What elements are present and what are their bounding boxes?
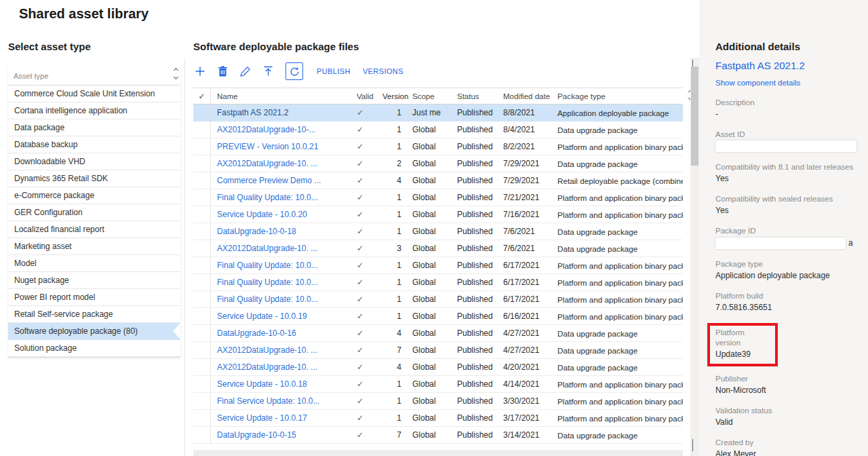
table-row[interactable]: PREVIEW - Version 10.0.21 ✓ 1 Global Pub… — [193, 138, 683, 155]
table-row[interactable]: Final Quality Update: 10.0... ✓ 1 Global… — [193, 274, 683, 291]
sidebar-item[interactable]: Data package — [8, 119, 180, 136]
package-name-link[interactable]: AX2012DataUpgrade-10. ... — [211, 159, 350, 168]
sidebar-item[interactable]: GER Configuration — [8, 204, 180, 221]
package-name-link[interactable]: DataUpgrade-10-0-15 — [211, 430, 350, 440]
versions-button[interactable]: VERSIONS — [363, 67, 403, 75]
sidebar-item[interactable]: Model — [8, 255, 180, 272]
horizontal-scrollbar[interactable] — [193, 450, 683, 456]
table-row[interactable]: AX2012DataUpgrade-10-... ✓ 1 Global Publ… — [193, 121, 683, 138]
row-select-cell[interactable] — [193, 189, 211, 206]
column-header-valid[interactable]: Valid — [350, 92, 382, 100]
publish-button[interactable]: PUBLISH — [317, 67, 351, 75]
row-select-cell[interactable] — [193, 325, 211, 341]
show-component-details-link[interactable]: Show component details — [715, 79, 868, 87]
package-name-link[interactable]: DataUpgrade-10-0-16 — [211, 328, 350, 338]
sidebar-item[interactable]: Solution package — [8, 340, 180, 357]
row-select-cell[interactable] — [193, 393, 211, 409]
add-icon[interactable] — [195, 66, 205, 77]
table-row[interactable]: AX2012DataUpgrade-10. ... ✓ 7 Global Pub… — [193, 342, 683, 359]
row-select-cell[interactable] — [193, 376, 211, 392]
table-row[interactable]: AX2012DataUpgrade-10. ... ✓ 3 Global Pub… — [193, 240, 683, 257]
row-select-cell[interactable] — [193, 308, 211, 324]
asset-title-link[interactable]: Fastpath AS 2021.2 — [715, 60, 868, 71]
refresh-icon[interactable] — [285, 62, 303, 80]
table-row[interactable]: DataUpgrade-10-0-18 ✓ 1 Global Published… — [193, 223, 683, 240]
table-row[interactable]: Service Update - 10.0.20 ✓ 1 Global Publ… — [193, 206, 683, 223]
scroll-down-icon[interactable] — [692, 440, 693, 452]
table-row[interactable]: DataUpgrade-10-0-16 ✓ 4 Global Published… — [193, 325, 683, 342]
row-select-cell[interactable] — [193, 240, 211, 256]
edit-icon[interactable] — [240, 66, 251, 77]
row-select-cell[interactable] — [193, 410, 211, 426]
row-select-cell[interactable] — [193, 274, 211, 290]
package-name-link[interactable]: Service Update - 10.0.20 — [211, 210, 350, 219]
table-row[interactable]: Service Update - 10.0.19 ✓ 1 Global Publ… — [193, 308, 683, 325]
sidebar-item[interactable]: Power BI report model — [8, 289, 180, 306]
package-name-link[interactable]: AX2012DataUpgrade-10. ... — [211, 362, 350, 372]
row-select-cell[interactable] — [193, 291, 211, 307]
row-select-cell[interactable] — [193, 206, 211, 223]
column-header-status[interactable]: Status — [456, 92, 502, 100]
table-row[interactable]: DataUpgrade-10-0-15 ✓ 7 Global Published… — [193, 427, 683, 444]
row-select-cell[interactable] — [193, 257, 211, 273]
column-header-modified-date[interactable]: Modified date — [502, 92, 555, 100]
table-row[interactable]: Fastpath AS 2021.2 ✓ 1 Just me Published… — [193, 104, 683, 121]
table-row[interactable]: AX2012DataUpgrade-10. ... ✓ 4 Global Pub… — [193, 359, 683, 376]
table-row[interactable]: Final Quality Update: 10.0... ✓ 1 Global… — [193, 291, 683, 308]
row-select-cell[interactable] — [193, 155, 211, 172]
list-scrollbar[interactable] — [174, 69, 178, 79]
package-name-link[interactable]: Final Quality Update: 10.0... — [211, 294, 350, 304]
row-select-cell[interactable] — [193, 223, 211, 240]
sidebar-item[interactable]: Dynamics 365 Retail SDK — [8, 170, 180, 187]
select-all-check-icon[interactable]: ✓ — [193, 88, 211, 104]
sidebar-item[interactable]: Commerce Cloud Scale Unit Extension — [8, 86, 180, 102]
table-row[interactable]: Final Service Update: 10.0... ✓ 1 Global… — [193, 393, 683, 410]
row-select-cell[interactable] — [193, 359, 211, 375]
table-row[interactable]: Final Quality Update: 10.0... ✓ 1 Global… — [193, 257, 683, 274]
sidebar-item[interactable]: Database backup — [8, 136, 180, 153]
chevron-down-icon[interactable] — [174, 75, 178, 79]
scrollbar-thumb[interactable] — [691, 66, 698, 166]
row-select-cell[interactable] — [193, 427, 211, 443]
column-header-scope[interactable]: Scope — [406, 92, 456, 100]
sidebar-item[interactable]: Cortana intelligence application — [8, 102, 180, 119]
table-row[interactable]: AX2012DataUpgrade-10. ... ✓ 2 Global Pub… — [193, 155, 683, 172]
package-name-link[interactable]: Commerce Preview Demo ... — [211, 176, 350, 185]
package-name-link[interactable]: Final Quality Update: 10.0... — [211, 261, 350, 270]
table-row[interactable]: Commerce Preview Demo ... ✓ 4 Global Pub… — [193, 172, 683, 189]
package-name-link[interactable]: Final Service Update: 10.0... — [211, 396, 350, 406]
sidebar-item[interactable]: Software deployable package (80) — [8, 323, 180, 340]
row-select-cell[interactable] — [193, 138, 211, 155]
sidebar-item[interactable]: Nuget package — [8, 272, 180, 289]
column-header-name[interactable]: Name — [211, 92, 350, 100]
package-name-link[interactable]: DataUpgrade-10-0-18 — [211, 227, 350, 236]
package-name-link[interactable]: Fastpath AS 2021.2 — [211, 108, 350, 117]
row-select-cell[interactable] — [193, 342, 211, 358]
row-select-cell[interactable] — [193, 121, 211, 138]
package-name-link[interactable]: Service Update - 10.0.19 — [211, 311, 350, 321]
sidebar-item[interactable]: Localized financial report — [8, 221, 180, 238]
package-name-link[interactable]: Final Quality Update: 10.0... — [211, 278, 350, 287]
package-name-link[interactable]: AX2012DataUpgrade-10-... — [211, 125, 350, 134]
vertical-scrollbar[interactable] — [690, 58, 699, 456]
row-select-cell[interactable] — [193, 172, 211, 189]
package-name-link[interactable]: AX2012DataUpgrade-10. ... — [211, 345, 350, 355]
column-header-package-type[interactable]: Package type — [555, 92, 683, 100]
package-name-link[interactable]: AX2012DataUpgrade-10. ... — [211, 244, 350, 253]
package-name-link[interactable]: PREVIEW - Version 10.0.21 — [211, 142, 350, 151]
package-name-link[interactable]: Service Update - 10.0.18 — [211, 379, 350, 389]
sidebar-item[interactable]: Retail Self-service package — [8, 306, 180, 323]
row-select-cell[interactable] — [193, 104, 211, 121]
table-row[interactable]: Final Quality Update: 10.0... ✓ 1 Global… — [193, 189, 683, 206]
upload-icon[interactable] — [263, 66, 273, 77]
table-row[interactable]: Service Update - 10.0.17 ✓ 1 Global Publ… — [193, 410, 683, 427]
column-header-version[interactable]: Version — [382, 92, 406, 100]
package-name-link[interactable]: Service Update - 10.0.17 — [211, 413, 350, 423]
sidebar-item[interactable]: Marketing asset — [8, 238, 180, 255]
sidebar-item[interactable]: Downloadable VHD — [8, 153, 180, 170]
delete-icon[interactable] — [218, 66, 228, 77]
table-row[interactable]: Service Update - 10.0.18 ✓ 1 Global Publ… — [193, 376, 683, 393]
sidebar-item[interactable]: e-Commerce package — [8, 187, 180, 204]
chevron-up-icon[interactable] — [174, 68, 178, 73]
package-name-link[interactable]: Final Quality Update: 10.0... — [211, 193, 350, 202]
